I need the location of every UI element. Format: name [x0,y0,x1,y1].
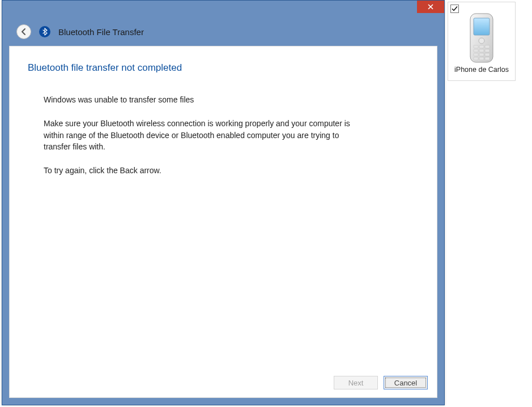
error-line-1: Windows was unable to transfer some file… [28,94,368,105]
heading: Bluetooth file transfer not completed [28,62,414,74]
checkmark-icon [452,6,458,12]
content-inner: Bluetooth file transfer not completed Wi… [10,46,437,370]
device-checkbox[interactable] [450,5,459,13]
svg-rect-9 [474,53,478,56]
close-icon [428,4,433,10]
svg-rect-6 [474,49,478,52]
svg-rect-14 [485,57,490,60]
cancel-button[interactable]: Cancel [384,376,428,389]
device-label: iPhone de Carlos [454,66,509,74]
svg-rect-1 [474,18,490,35]
svg-rect-4 [479,45,484,48]
titlebar [2,1,444,18]
svg-rect-8 [485,49,490,52]
back-button[interactable] [16,24,31,39]
close-button[interactable] [417,1,444,13]
svg-rect-5 [485,45,490,48]
content-panel: Bluetooth file transfer not completed Wi… [9,46,437,398]
svg-rect-11 [485,53,490,56]
window-title: Bluetooth File Transfer [58,27,144,37]
header-row: Bluetooth File Transfer [2,18,444,46]
error-line-3: To try again, click the Back arrow. [28,165,368,176]
phone-icon [467,12,496,63]
svg-rect-10 [479,53,484,56]
bluetooth-icon [39,26,50,37]
svg-rect-7 [479,49,484,52]
svg-rect-12 [474,57,478,60]
device-item[interactable]: iPhone de Carlos [448,2,516,81]
bluetooth-transfer-dialog: Bluetooth File Transfer Bluetooth file t… [2,0,445,405]
svg-rect-3 [474,45,478,48]
error-line-2: Make sure your Bluetooth wireless connec… [28,118,368,152]
back-arrow-icon [20,28,28,36]
svg-rect-13 [479,57,484,60]
svg-point-2 [479,38,484,44]
next-button: Next [334,376,378,389]
button-row: Next Cancel [10,370,437,397]
